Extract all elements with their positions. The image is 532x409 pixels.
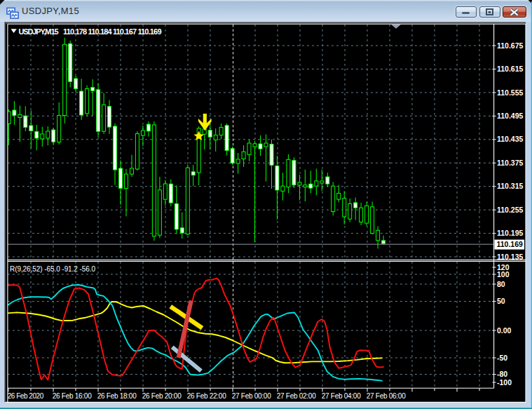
svg-text:110.495: 110.495	[497, 112, 524, 120]
svg-text:26 Feb 20:00: 26 Feb 20:00	[142, 392, 182, 400]
svg-text:100: 100	[497, 270, 510, 279]
svg-text:-50: -50	[497, 354, 507, 362]
svg-text:27 Feb 04:00: 27 Feb 04:00	[322, 392, 361, 400]
svg-text:110.255: 110.255	[497, 206, 524, 214]
svg-text:110.435: 110.435	[497, 135, 524, 143]
svg-text:27 Feb 06:00: 27 Feb 06:00	[367, 392, 406, 400]
svg-text:110.315: 110.315	[497, 182, 524, 190]
svg-text:110.375: 110.375	[497, 159, 524, 167]
svg-text:27 Feb 02:00: 27 Feb 02:00	[277, 392, 316, 400]
svg-text:110.178 110.184 110.167 110.16: 110.178 110.184 110.167 110.169	[63, 27, 162, 36]
svg-text:USDJPY,M15: USDJPY,M15	[19, 27, 59, 36]
svg-text:26 Feb 16:00: 26 Feb 16:00	[53, 392, 92, 400]
svg-text:110.135: 110.135	[497, 253, 524, 261]
svg-text:0.00: 0.00	[497, 326, 512, 335]
svg-text:110.675: 110.675	[497, 41, 524, 50]
svg-text:110.555: 110.555	[497, 88, 524, 97]
svg-text:80: 80	[497, 280, 505, 288]
svg-text:27 Feb 00:00: 27 Feb 00:00	[232, 392, 271, 400]
svg-text:26 Feb 18:00: 26 Feb 18:00	[97, 392, 137, 400]
svg-text:-80: -80	[497, 370, 507, 378]
svg-text:R(9,26,52) -65.0 -91.2 -56.0: R(9,26,52) -65.0 -91.2 -56.0	[10, 265, 95, 273]
svg-text:110.195: 110.195	[497, 229, 524, 237]
svg-text:-100: -100	[497, 378, 512, 387]
svg-text:26 Feb 22:00: 26 Feb 22:00	[187, 392, 226, 400]
svg-text:26 Feb 2020: 26 Feb 2020	[8, 392, 44, 400]
svg-text:110.615: 110.615	[497, 65, 524, 73]
svg-text:50: 50	[497, 297, 505, 305]
svg-text:110.169: 110.169	[497, 240, 524, 248]
